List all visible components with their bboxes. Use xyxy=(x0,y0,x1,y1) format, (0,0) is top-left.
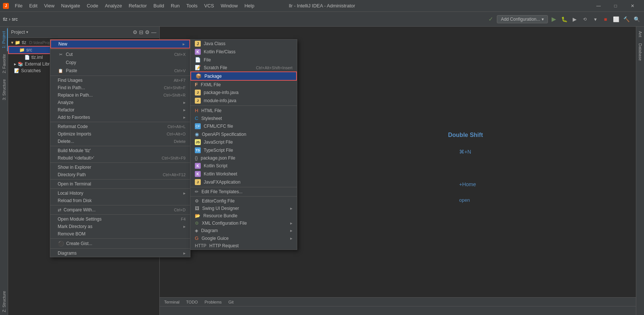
ctx-show-explorer[interactable]: Show in Explorer xyxy=(50,164,190,171)
menu-run[interactable]: Run xyxy=(168,2,183,9)
ctx-reload-disk[interactable]: Reload from Disk xyxy=(50,197,190,204)
ctx-diagrams[interactable]: Diagrams ▸ xyxy=(50,249,190,257)
bottom-tab-terminal[interactable]: Terminal xyxy=(161,299,183,305)
sub-google-guice[interactable]: G Google Guice ▸ xyxy=(190,234,297,242)
sub-file[interactable]: 📄 File xyxy=(190,56,297,64)
ctx-module-settings[interactable]: Open Module Settings F4 xyxy=(50,215,190,223)
sub-package[interactable]: 📦 Package xyxy=(190,71,297,81)
ctx-compare-icon: ⇄ xyxy=(58,207,61,212)
sub-scratch-file[interactable]: 📝 Scratch File Ctrl+Alt+Shift+Insert xyxy=(190,64,297,71)
ctx-add-favorites[interactable]: Add to Favorites ▸ xyxy=(50,114,190,121)
menu-view[interactable]: View xyxy=(41,2,57,9)
ctx-local-history[interactable]: Local History ▸ xyxy=(50,190,190,197)
sub-js[interactable]: JS JavaScript File xyxy=(190,138,297,146)
ctx-cut[interactable]: ✂ Cut Ctrl+X xyxy=(50,50,190,58)
sub-resource-bundle[interactable]: 📂 Resource Bundle xyxy=(190,212,297,220)
run-button[interactable]: ▶ xyxy=(549,15,558,24)
frame-button[interactable]: ⬜ xyxy=(611,15,620,24)
bottom-tab-git[interactable]: Git xyxy=(226,299,237,305)
project-dropdown-icon[interactable]: ▾ xyxy=(26,30,28,34)
ctx-find-in-path-label: Find in Path... xyxy=(58,85,85,90)
minimize-button[interactable]: — xyxy=(590,0,607,12)
sub-java-class[interactable]: J Java Class xyxy=(190,40,297,48)
sub-openapi[interactable]: ◉ OpenAPI Specification xyxy=(190,130,297,138)
coverage-button[interactable]: ▶ xyxy=(570,15,579,24)
ctx-analyze[interactable]: Analyze ▸ xyxy=(50,99,190,106)
ctx-find-in-path[interactable]: Find in Path... Ctrl+Shift+F xyxy=(50,84,190,91)
right-tab-database[interactable]: Database xyxy=(637,40,644,64)
sub-module-info[interactable]: J module-info.java xyxy=(190,97,297,105)
settings-icon[interactable]: ⚙ xyxy=(145,29,150,35)
sub-stylesheet[interactable]: C Stylesheet xyxy=(190,114,297,122)
menu-navigate[interactable]: Navigate xyxy=(58,2,83,9)
menu-code[interactable]: Code xyxy=(84,2,101,9)
sub-fxml[interactable]: F FXML File xyxy=(190,81,297,88)
sub-editorconfig[interactable]: ⚙ EditorConfig File xyxy=(190,197,297,205)
bottom-tab-problems[interactable]: Problems xyxy=(201,299,224,305)
restore-button[interactable]: □ xyxy=(607,0,624,12)
sub-ts[interactable]: TS TypeScript File xyxy=(190,146,297,154)
ctx-replace-in-path[interactable]: Replace in Path... Ctrl+Shift+R xyxy=(50,91,190,99)
ctx-mark-directory[interactable]: Mark Directory as ▸ xyxy=(50,223,190,230)
javafx-icon: J xyxy=(195,179,201,185)
ctx-delete[interactable]: Delete... Delete xyxy=(50,138,190,145)
menu-help[interactable]: Help xyxy=(241,2,257,9)
menu-window[interactable]: Window xyxy=(218,2,241,9)
sub-http-request[interactable]: HTTP HTTP Request xyxy=(190,242,297,249)
sync-icon[interactable]: ⚙ xyxy=(133,29,138,35)
ctx-compare-with[interactable]: ⇄ Compare With... Ctrl+D xyxy=(50,206,190,214)
menu-refactor[interactable]: Refactor xyxy=(126,2,150,9)
menu-tools[interactable]: Tools xyxy=(183,2,200,9)
menu-analyze[interactable]: Analyze xyxy=(102,2,125,9)
ctx-paste[interactable]: 📋 Paste Ctrl+V xyxy=(50,67,190,75)
ctx-copy[interactable]: Copy xyxy=(50,58,190,67)
ctx-directory-path[interactable]: Directory Path Ctrl+Alt+F12 xyxy=(50,171,190,178)
sub-edit-templates[interactable]: ✏ Edit File Templates... xyxy=(190,188,297,195)
profile-button[interactable]: ⟲ xyxy=(580,15,589,24)
search-everywhere-button[interactable]: 🔍 xyxy=(632,15,641,24)
ctx-find-usages[interactable]: Find Usages Alt+F7 xyxy=(50,77,190,84)
right-tab-ant[interactable]: Ant xyxy=(637,28,644,40)
sub-xml-config[interactable]: ⚙ XML Configuration File ▸ xyxy=(190,220,297,227)
ctx-open-terminal[interactable]: Open in Terminal xyxy=(50,180,190,188)
sub-kotlin-script[interactable]: K Kotlin Script xyxy=(190,162,297,170)
stop-button[interactable]: ■ xyxy=(601,15,610,24)
sub-package-json[interactable]: {} package.json File xyxy=(190,154,297,162)
sub-edit-templates-label: Edit File Templates... xyxy=(201,189,243,194)
xml-config-icon: ⚙ xyxy=(195,221,199,226)
ctx-delete-shortcut: Delete xyxy=(174,139,186,144)
left-tab-structure[interactable]: 3: Structure xyxy=(1,76,7,103)
left-tab-z-structure[interactable]: Z: Structure xyxy=(1,288,7,315)
ctx-create-gist[interactable]: ⚫ Create Gist... xyxy=(50,239,190,248)
minimize-panel-icon[interactable]: — xyxy=(151,29,156,35)
menu-vcs[interactable]: VCS xyxy=(201,2,217,9)
left-tab-project[interactable]: 1: Project xyxy=(0,28,8,51)
add-configuration-button[interactable]: Add Configuration... ▾ xyxy=(497,15,548,23)
sub-diagram[interactable]: ◈ Diagram ▸ xyxy=(190,227,297,234)
build-button[interactable]: 🔨 xyxy=(622,15,631,24)
ctx-build-module[interactable]: Build Module 'tlz' xyxy=(50,147,190,154)
sub-swing-ui[interactable]: 🖼 Swing UI Designer ▸ xyxy=(190,205,297,212)
sub-package-info[interactable]: J package-info.java xyxy=(190,88,297,97)
sub-html[interactable]: H HTML File xyxy=(190,107,297,114)
left-tab-favorite[interactable]: 2: Favorite xyxy=(1,51,7,76)
ctx-remove-bom[interactable]: Remove BOM xyxy=(50,230,190,238)
menu-edit[interactable]: Edit xyxy=(26,2,40,9)
ctx-add-favorites-label: Add to Favorites xyxy=(58,115,90,120)
ctx-optimize-imports[interactable]: Optimize Imports Ctrl+Alt+O xyxy=(50,130,190,138)
ctx-rebuild[interactable]: Rebuild '<default>' Ctrl+Shift+F9 xyxy=(50,154,190,162)
sub-javafx[interactable]: J JavaFXApplication xyxy=(190,178,297,186)
ctx-new[interactable]: New ▸ xyxy=(50,40,190,48)
close-button[interactable]: ✕ xyxy=(624,0,641,12)
ctx-reformat[interactable]: Reformat Code Ctrl+Alt+L xyxy=(50,123,190,130)
sub-kotlin-class[interactable]: K Kotlin File/Class xyxy=(190,48,297,56)
sub-kotlin-worksheet[interactable]: K Kotlin Worksheet xyxy=(190,170,297,178)
collapse-all-icon[interactable]: ⊟ xyxy=(139,29,143,35)
sub-cfml[interactable]: CF CFML/CFC file xyxy=(190,122,297,130)
menu-build[interactable]: Build xyxy=(150,2,167,9)
ctx-refactor[interactable]: Refactor ▸ xyxy=(50,106,190,114)
menu-file[interactable]: File xyxy=(12,2,26,9)
dropdown-button[interactable]: ▾ xyxy=(591,15,600,24)
bottom-tab-todo[interactable]: TODO xyxy=(183,299,201,305)
debug-button[interactable]: 🐛 xyxy=(560,15,569,24)
